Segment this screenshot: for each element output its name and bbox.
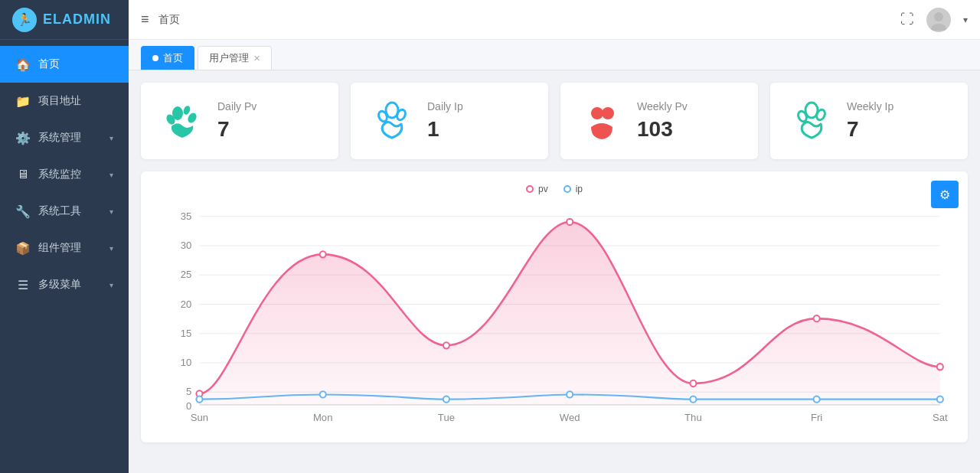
project-icon: 📁 xyxy=(15,93,31,109)
svg-text:Wed: Wed xyxy=(560,411,580,422)
daily-pv-icon xyxy=(159,98,205,144)
chart-settings-button[interactable]: ⚙ xyxy=(931,181,959,208)
stat-card-daily-ip: Daily Ip 1 xyxy=(351,83,548,159)
sidebar-item-tools[interactable]: 🔧 系统工具 ▾ xyxy=(0,193,129,230)
daily-ip-info: Daily Ip 1 xyxy=(427,100,463,142)
weekly-ip-info: Weekly Ip 7 xyxy=(847,100,893,142)
svg-text:20: 20 xyxy=(181,298,192,309)
sidebar: 🏃 ELADMIN 🏠 首页 📁 项目地址 ⚙️ 系统管理 ▾ 🖥 系统监控 ▾… xyxy=(0,0,129,473)
system-icon: ⚙️ xyxy=(15,130,31,145)
daily-ip-value: 1 xyxy=(427,117,463,142)
svg-text:0: 0 xyxy=(186,400,191,412)
sidebar-item-tools-label: 系统工具 xyxy=(38,204,81,218)
svg-point-41 xyxy=(690,380,696,387)
svg-text:Thu: Thu xyxy=(684,411,702,422)
stats-row: Daily Pv 7 Daily Ip 1 xyxy=(141,83,968,159)
tab-user-label: 用户管理 xyxy=(209,51,249,65)
sidebar-item-multilevel[interactable]: ☰ 多级菜单 ▾ xyxy=(0,266,129,303)
tab-home[interactable]: 首页 xyxy=(141,46,194,70)
svg-text:Fri: Fri xyxy=(811,411,822,422)
sidebar-item-project-label: 项目地址 xyxy=(38,94,81,108)
stat-card-weekly-pv: Weekly Pv 103 xyxy=(560,83,758,159)
svg-point-44 xyxy=(196,396,202,403)
svg-point-0 xyxy=(934,12,943,21)
svg-point-4 xyxy=(182,105,191,116)
weekly-pv-info: Weekly Pv 103 xyxy=(637,100,688,142)
multilevel-icon: ☰ xyxy=(15,277,31,292)
daily-pv-value: 7 xyxy=(217,117,256,142)
sidebar-item-home[interactable]: 🏠 首页 xyxy=(0,46,129,83)
legend-ip: ip xyxy=(564,184,583,194)
svg-point-39 xyxy=(443,342,449,348)
avatar[interactable] xyxy=(926,8,951,32)
svg-text:35: 35 xyxy=(181,210,192,222)
legend-ip-label: ip xyxy=(576,184,583,194)
main-content: ≡ 首页 ⛶ ▾ 首页 用户管理 ✕ xyxy=(129,0,980,473)
tools-icon: 🔧 xyxy=(15,204,31,219)
svg-point-1 xyxy=(931,24,946,31)
sidebar-item-monitor[interactable]: 🖥 系统监控 ▾ xyxy=(0,156,129,193)
weekly-pv-value: 103 xyxy=(637,117,688,142)
home-icon: 🏠 xyxy=(15,57,31,72)
multilevel-arrow: ▾ xyxy=(109,281,113,289)
sidebar-item-components[interactable]: 📦 组件管理 ▾ xyxy=(0,230,129,266)
svg-point-42 xyxy=(814,315,820,321)
logo-icon: 🏃 xyxy=(12,8,37,32)
tools-arrow: ▾ xyxy=(109,207,113,216)
monitor-arrow: ▾ xyxy=(109,171,113,179)
content-area: Daily Pv 7 Daily Ip 1 xyxy=(129,70,980,473)
components-arrow: ▾ xyxy=(109,244,113,253)
system-arrow: ▾ xyxy=(109,134,113,142)
legend-pv-label: pv xyxy=(538,184,548,194)
menu-toggle-icon[interactable]: ≡ xyxy=(141,11,149,28)
sidebar-item-monitor-label: 系统监控 xyxy=(38,168,81,181)
topbar: ≡ 首页 ⛶ ▾ xyxy=(129,0,980,40)
weekly-pv-label: Weekly Pv xyxy=(637,100,688,113)
topbar-right: ⛶ ▾ xyxy=(900,8,968,32)
sidebar-item-multilevel-label: 多级菜单 xyxy=(38,278,81,292)
daily-pv-info: Daily Pv 7 xyxy=(217,100,256,142)
daily-ip-icon xyxy=(369,98,415,144)
legend-ip-dot xyxy=(564,185,571,193)
fullscreen-icon[interactable]: ⛶ xyxy=(900,11,914,28)
svg-point-49 xyxy=(814,396,820,403)
svg-text:25: 25 xyxy=(181,269,192,280)
svg-text:30: 30 xyxy=(181,240,192,251)
svg-text:10: 10 xyxy=(181,357,192,368)
sidebar-menu: 🏠 首页 📁 项目地址 ⚙️ 系统管理 ▾ 🖥 系统监控 ▾ 🔧 系统工具 ▾ … xyxy=(0,40,129,473)
stat-card-daily-pv: Daily Pv 7 xyxy=(141,83,338,159)
svg-point-38 xyxy=(320,251,326,257)
svg-text:Sun: Sun xyxy=(191,411,208,422)
sidebar-item-components-label: 组件管理 xyxy=(38,241,81,255)
daily-pv-label: Daily Pv xyxy=(217,100,256,113)
legend-pv: pv xyxy=(526,184,548,194)
svg-point-10 xyxy=(602,107,614,119)
svg-point-50 xyxy=(937,396,943,403)
legend-pv-dot xyxy=(526,185,534,193)
svg-point-46 xyxy=(443,396,449,403)
sidebar-item-system[interactable]: ⚙️ 系统管理 ▾ xyxy=(0,119,129,156)
monitor-icon: 🖥 xyxy=(15,167,31,182)
tab-home-label: 首页 xyxy=(163,51,183,65)
chart-legend: pv ip xyxy=(153,184,956,194)
line-chart: 35 30 25 20 15 10 5 0 Sun Mon Tue Wed Th… xyxy=(153,201,956,430)
sidebar-item-project[interactable]: 📁 项目地址 xyxy=(0,83,129,119)
svg-point-48 xyxy=(690,396,696,403)
svg-text:15: 15 xyxy=(181,328,192,339)
tabbar: 首页 用户管理 ✕ xyxy=(129,40,980,70)
sidebar-item-system-label: 系统管理 xyxy=(38,131,81,145)
tab-user-close[interactable]: ✕ xyxy=(253,54,260,64)
logo: 🏃 ELADMIN xyxy=(0,0,129,40)
weekly-ip-icon xyxy=(789,98,835,144)
svg-text:5: 5 xyxy=(186,386,191,397)
weekly-ip-label: Weekly Ip xyxy=(847,100,893,113)
svg-point-9 xyxy=(591,107,603,119)
daily-ip-label: Daily Ip xyxy=(427,100,463,113)
breadcrumb: 首页 xyxy=(158,13,180,27)
svg-point-40 xyxy=(567,219,573,225)
svg-text:Mon: Mon xyxy=(313,411,332,422)
svg-text:Tue: Tue xyxy=(438,411,455,422)
avatar-dropdown[interactable]: ▾ xyxy=(963,15,968,25)
tab-user[interactable]: 用户管理 ✕ xyxy=(198,46,272,70)
weekly-pv-icon xyxy=(579,98,625,144)
